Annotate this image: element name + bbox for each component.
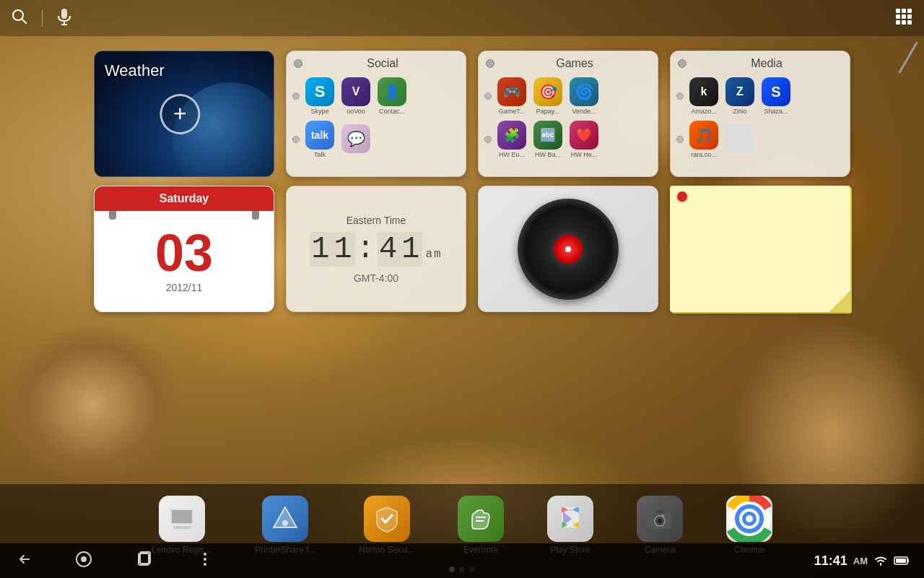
media-folder[interactable]: Media k Amazo... Z Zinio <box>670 51 850 177</box>
clock-digit-4: 1 <box>400 232 422 267</box>
oovoo-label: ooVoo <box>340 108 372 115</box>
clock-digit-1: 1 <box>310 232 332 267</box>
svg-point-37 <box>204 563 206 566</box>
contacts-app[interactable]: 👤 Contac... <box>376 77 408 115</box>
zinio-icon: Z <box>725 77 754 106</box>
search-icon[interactable] <box>12 9 27 27</box>
vinyl-center-dot <box>565 246 571 252</box>
top-bar-left <box>12 8 71 28</box>
media-apps-row1: k Amazo... Z Zinio S Shaza... <box>671 76 850 116</box>
game2-icon: 🎯 <box>533 77 562 106</box>
calendar-day-number: 03 <box>95 220 274 282</box>
svg-point-30 <box>746 515 753 522</box>
vinyl-center <box>554 235 583 264</box>
note-folded-corner <box>829 290 850 312</box>
social-apps-row1: S Skype V ooVoo 👤 Contac... <box>287 76 466 116</box>
svg-rect-6 <box>902 9 906 13</box>
game4-app[interactable]: 🧩 HW Eu... <box>496 121 528 158</box>
kindle-app[interactable]: k Amazo... <box>688 77 720 115</box>
evernote-icon <box>458 496 504 542</box>
game2-label: Papay... <box>532 108 564 115</box>
top-bar-divider <box>42 9 43 27</box>
shazam-app[interactable]: S Shaza... <box>760 77 792 115</box>
talk-icon: talk <box>305 121 334 150</box>
svg-rect-12 <box>902 20 906 25</box>
chrome-icon <box>726 496 772 542</box>
social-extra-app[interactable]: 💬 <box>340 124 372 155</box>
talk-label: Talk <box>304 151 336 158</box>
main-content: Weather + Saturday 03 2012/11 Social <box>0 36 924 484</box>
media-apps-row2: 🎵 rara.co... <box>671 119 850 160</box>
calendar-pin-left <box>109 210 116 220</box>
game4-label: HW Eu... <box>496 151 528 158</box>
game1-label: GameT... <box>496 108 528 115</box>
social-folder-header: Social <box>287 51 466 76</box>
nav-buttons <box>14 551 214 571</box>
game5-label: HW Ba... <box>532 151 564 158</box>
vinyl-record <box>518 199 619 300</box>
talk-app[interactable]: talk Talk <box>304 121 336 158</box>
svg-point-35 <box>204 553 206 556</box>
media-folder-title: Media <box>691 57 842 70</box>
mic-icon[interactable] <box>57 8 71 28</box>
shazam-icon: S <box>762 77 790 106</box>
home-button[interactable] <box>75 551 92 571</box>
games-folder-header: Games <box>479 51 658 76</box>
clock-widget[interactable]: Eastern Time 1 1 : 4 1 am GMT-4:00 <box>286 186 466 312</box>
zinio-app[interactable]: Z Zinio <box>724 77 756 115</box>
column-3: Games 🎮 GameT... 🎯 Papay... <box>478 51 658 312</box>
game2-app[interactable]: 🎯 Papay... <box>532 77 564 115</box>
status-icons <box>873 555 910 566</box>
menu-button[interactable] <box>196 551 214 571</box>
svg-rect-16 <box>173 526 191 529</box>
svg-rect-40 <box>907 559 909 563</box>
media-extra-app[interactable] <box>724 124 756 155</box>
weather-widget[interactable]: Weather + <box>94 51 274 177</box>
game4-icon: 🧩 <box>497 121 526 150</box>
note-widget[interactable] <box>670 186 850 312</box>
svg-rect-2 <box>61 9 67 19</box>
calendar-pin-right <box>252 210 259 220</box>
games-apps-row1: 🎮 GameT... 🎯 Papay... 🌀 Vende... <box>479 76 658 116</box>
weather-label: Weather <box>105 61 165 80</box>
svg-rect-34 <box>140 552 150 564</box>
games-folder[interactable]: Games 🎮 GameT... 🎯 Papay... <box>478 51 658 177</box>
social-folder[interactable]: Social S Skype V ooVoo <box>286 51 466 177</box>
game3-app[interactable]: 🌀 Vende... <box>568 77 600 115</box>
oovoo-app[interactable]: V ooVoo <box>340 77 372 115</box>
column-2: Social S Skype V ooVoo <box>286 51 466 312</box>
weather-add-button[interactable]: + <box>160 94 200 134</box>
clock-gmt: GMT-4:00 <box>354 272 398 284</box>
games-row-dot <box>484 92 492 100</box>
apps-grid-icon[interactable] <box>895 8 912 28</box>
camera-icon <box>637 496 683 542</box>
rara-icon: 🎵 <box>689 121 718 150</box>
game3-icon: 🌀 <box>570 77 598 106</box>
game6-app[interactable]: ❤️ HW He... <box>568 121 600 158</box>
skype-icon: S <box>305 77 334 106</box>
back-button[interactable] <box>14 551 32 571</box>
game5-app[interactable]: 🔤 HW Ba... <box>532 121 564 158</box>
social-row-dot2 <box>292 136 300 143</box>
vinyl-widget[interactable] <box>478 186 658 312</box>
shazam-label: Shaza... <box>760 108 792 115</box>
social-apps-row2: talk Talk 💬 <box>287 119 466 160</box>
media-row-dot <box>676 92 684 100</box>
svg-point-32 <box>81 556 87 562</box>
skype-app[interactable]: S Skype <box>304 77 336 115</box>
rara-app[interactable]: 🎵 rara.co... <box>688 121 720 158</box>
contacts-label: Contac... <box>376 108 408 115</box>
svg-point-24 <box>657 518 663 524</box>
svg-rect-15 <box>172 510 192 523</box>
media-folder-dot <box>678 59 687 68</box>
game1-app[interactable]: 🎮 GameT... <box>496 77 528 115</box>
recents-button[interactable] <box>136 551 153 571</box>
calendar-pins <box>95 210 274 220</box>
playstore-icon <box>547 496 593 542</box>
calendar-day-name: Saturday <box>95 186 274 211</box>
calendar-widget[interactable]: Saturday 03 2012/11 <box>94 186 274 312</box>
games-folder-title: Games <box>499 57 650 70</box>
svg-point-25 <box>661 514 664 517</box>
clock-timezone: Eastern Time <box>346 215 406 226</box>
social-extra-icon: 💬 <box>341 124 370 153</box>
